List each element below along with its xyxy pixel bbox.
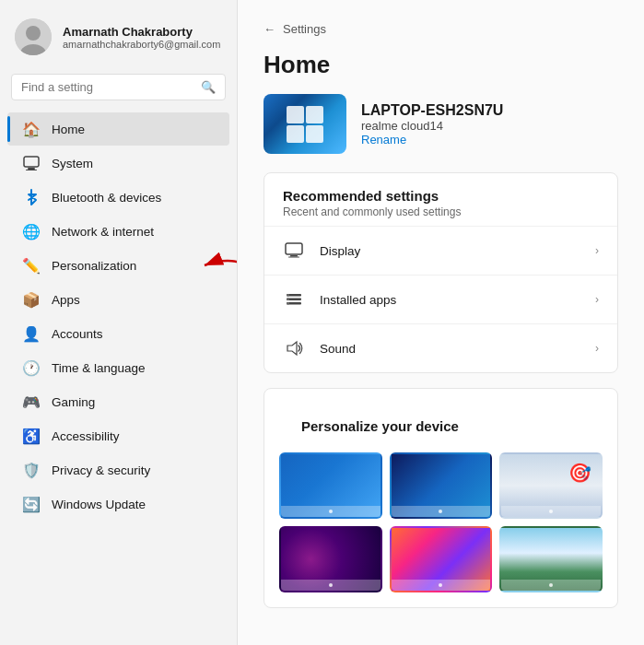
installed-apps-chevron-icon: › — [595, 293, 599, 306]
sidebar-item-system[interactable]: System — [7, 147, 229, 180]
gaming-icon: 🎮 — [22, 393, 41, 411]
sidebar-item-personalization[interactable]: ✏️ Personalization — [7, 249, 229, 282]
personalize-title: Personalize your device — [283, 404, 599, 445]
time-icon: 🕐 — [22, 358, 41, 377]
sidebar-item-label-time: Time & language — [52, 361, 146, 375]
user-email: amarnathchakraborty6@gmail.com — [63, 39, 220, 50]
sidebar-item-bluetooth[interactable]: Bluetooth & devices — [7, 181, 229, 214]
privacy-icon: 🛡️ — [22, 461, 41, 479]
svg-marker-20 — [287, 342, 297, 355]
wallpaper-grid: 🎯 — [264, 452, 617, 607]
rename-link[interactable]: Rename — [361, 133, 503, 147]
personalize-header: Personalize your device — [264, 389, 617, 452]
recommended-header: Recommended settings Recent and commonly… — [264, 173, 617, 226]
personalization-icon: ✏️ — [22, 256, 41, 275]
accessibility-icon: ♿ — [22, 427, 41, 445]
svg-rect-17 — [287, 294, 289, 297]
system-icon — [22, 154, 41, 172]
windows-update-icon: 🔄 — [22, 495, 41, 513]
search-box[interactable]: 🔍 — [11, 74, 226, 100]
svg-point-1 — [26, 26, 41, 41]
installed-apps-label: Installed apps — [320, 293, 580, 307]
network-icon: 🌐 — [22, 222, 41, 240]
sidebar-item-gaming[interactable]: 🎮 Gaming — [7, 385, 229, 418]
search-icon: 🔍 — [201, 80, 216, 94]
display-chevron-icon: › — [595, 244, 599, 257]
accounts-icon: 👤 — [22, 324, 41, 343]
recommended-title: Recommended settings — [283, 188, 599, 204]
display-icon — [283, 240, 305, 262]
sidebar-item-label-network: Network & internet — [52, 225, 154, 239]
svg-rect-12 — [290, 255, 298, 257]
user-info: Amarnath Chakraborty amarnathchakraborty… — [63, 25, 220, 50]
bluetooth-icon — [22, 188, 41, 206]
svg-rect-11 — [286, 243, 302, 254]
svg-rect-19 — [287, 302, 289, 305]
svg-rect-7 — [287, 106, 304, 123]
personalize-card: Personalize your device 🎯 — [263, 388, 618, 608]
search-input[interactable] — [21, 80, 193, 94]
sidebar-item-label-accounts: Accounts — [52, 327, 103, 341]
back-nav[interactable]: ← Settings — [263, 22, 618, 36]
sidebar-item-home[interactable]: 🏠 Home — [7, 112, 229, 146]
wallpaper-thumb-2[interactable] — [390, 452, 493, 519]
sidebar-item-apps[interactable]: 📦 Apps — [7, 283, 229, 316]
settings-item-sound[interactable]: Sound › — [264, 323, 617, 372]
sidebar-item-time[interactable]: 🕐 Time & language — [7, 351, 229, 384]
sidebar-item-network[interactable]: 🌐 Network & internet — [7, 215, 229, 248]
sidebar-item-label-bluetooth: Bluetooth & devices — [52, 191, 161, 205]
user-section: Amarnath Chakraborty amarnathchakraborty… — [0, 11, 237, 70]
device-thumbnail — [263, 94, 346, 154]
sidebar-nav: 🏠 Home System Bluetooth & devices 🌐 Netw… — [0, 111, 237, 522]
recommended-settings-card: Recommended settings Recent and commonly… — [263, 172, 618, 373]
sidebar-item-label-personalization: Personalization — [52, 259, 136, 273]
wallpaper-thumb-6[interactable] — [499, 526, 603, 592]
sound-label: Sound — [320, 342, 580, 356]
svg-rect-5 — [26, 170, 37, 170]
user-name: Amarnath Chakraborty — [63, 25, 220, 39]
wallpaper-thumb-3[interactable]: 🎯 — [499, 452, 603, 519]
svg-rect-9 — [287, 125, 304, 143]
svg-rect-10 — [306, 125, 323, 143]
svg-rect-3 — [24, 157, 39, 167]
device-name: LAPTOP-ESH2SN7U — [361, 102, 503, 119]
settings-item-display[interactable]: Display › — [264, 226, 617, 275]
apps-icon: 📦 — [22, 290, 41, 309]
sidebar-item-accessibility[interactable]: ♿ Accessibility — [7, 419, 229, 452]
main-content: ← Settings Home LAPTOP-ESH2SN7U realme c… — [238, 0, 644, 645]
sidebar-item-label-system: System — [52, 157, 93, 170]
page-title: Home — [263, 51, 618, 79]
settings-item-installed-apps[interactable]: Installed apps › — [264, 275, 617, 323]
sound-icon — [283, 337, 305, 359]
sidebar-item-label-privacy: Privacy & security — [52, 463, 150, 477]
sidebar-item-label-apps: Apps — [52, 293, 80, 307]
sound-chevron-icon: › — [595, 342, 599, 355]
wallpaper-thumb-1[interactable] — [279, 452, 382, 519]
recommended-subtitle: Recent and commonly used settings — [283, 205, 599, 218]
sidebar-item-label-accessibility: Accessibility — [52, 429, 120, 443]
svg-rect-4 — [28, 168, 35, 170]
sidebar-item-label-gaming: Gaming — [52, 395, 95, 409]
sidebar-item-label-home: Home — [52, 123, 85, 136]
svg-rect-8 — [306, 106, 323, 123]
wallpaper-thumb-4[interactable] — [279, 526, 382, 592]
windows-logo — [282, 101, 328, 147]
device-model: realme cloud14 — [361, 119, 503, 133]
display-label: Display — [320, 244, 580, 258]
back-label: Settings — [283, 22, 326, 36]
back-arrow-icon: ← — [263, 22, 275, 36]
svg-rect-18 — [287, 299, 289, 301]
avatar — [15, 18, 52, 55]
sidebar-item-label-windows-update: Windows Update — [52, 498, 146, 511]
device-card: LAPTOP-ESH2SN7U realme cloud14 Rename — [263, 94, 618, 154]
sidebar: Amarnath Chakraborty amarnathchakraborty… — [0, 0, 238, 645]
wallpaper-thumb-5[interactable] — [390, 526, 493, 592]
installed-apps-icon — [283, 288, 305, 311]
sidebar-item-windows-update[interactable]: 🔄 Windows Update — [7, 487, 229, 521]
sidebar-item-privacy[interactable]: 🛡️ Privacy & security — [7, 453, 229, 487]
home-icon: 🏠 — [22, 120, 41, 138]
sidebar-item-accounts[interactable]: 👤 Accounts — [7, 317, 229, 350]
svg-rect-13 — [288, 257, 299, 258]
device-info: LAPTOP-ESH2SN7U realme cloud14 Rename — [361, 102, 503, 147]
